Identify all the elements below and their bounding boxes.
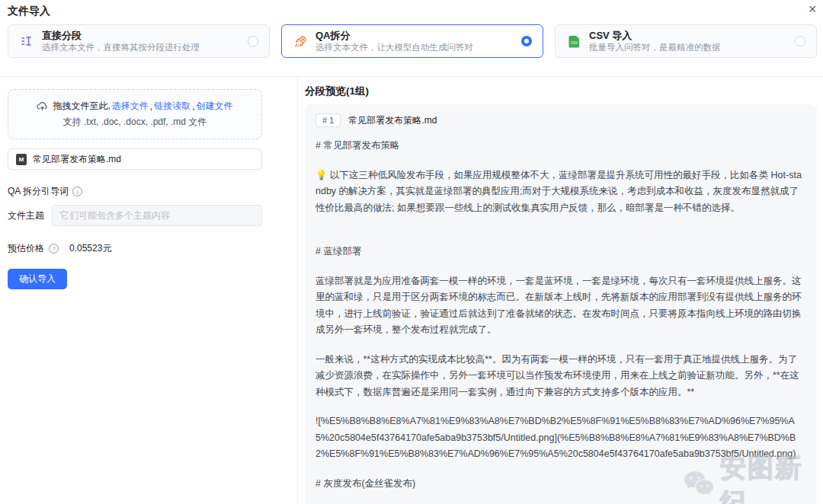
markdown-paragraph: # 蓝绿部署	[315, 244, 806, 260]
horizontal-divider	[0, 76, 823, 77]
file-dropzone[interactable]: 拖拽文件至此, 选择文件, 链接读取, 创建文件 支持 .txt, .doc, …	[8, 89, 262, 139]
close-icon[interactable]: ✕	[808, 3, 817, 15]
qa-guide-label-row: QA 拆分引导词 i	[8, 185, 82, 198]
import-mode-cards: 直接分段 选择文本文件，直接将其按分段进行处理 QA拆分	[8, 24, 817, 58]
rocket-icon	[293, 33, 308, 49]
markdown-paragraph: # 常见部署发布策略	[315, 138, 806, 155]
mode-card-direct-segment[interactable]: 直接分段 选择文本文件，直接将其按分段进行处理	[8, 24, 270, 58]
link-read-link[interactable]: 链接读取	[154, 100, 191, 113]
mode-title: CSV 导入	[589, 30, 795, 42]
cloud-upload-icon	[37, 101, 48, 111]
segment-preview-title: 分段预览(1组)	[305, 85, 369, 98]
segment-filename: 常见部署发布策略.md	[348, 114, 437, 127]
file-name: 常见部署发布策略.md	[33, 153, 121, 166]
estimated-price-value: 0.05523元	[69, 242, 111, 255]
confirm-import-button[interactable]: 确认导入	[8, 269, 67, 289]
radio-selected[interactable]	[521, 36, 532, 46]
markdown-paragraph: 💡 以下这三种低风险发布手段，如果应用规模整体不大，蓝绿部署是提升系统可用性的最…	[315, 167, 806, 217]
mode-desc: 选择文本文件，让大模型自动生成问答对	[315, 42, 521, 53]
markdown-paragraph: 一般来说，**这种方式的实现成本比较高**。因为有两套一模一样的环境，只有一套用…	[315, 352, 806, 401]
drag-hint-text: 拖拽文件至此,	[53, 100, 110, 113]
radio-unselected[interactable]	[248, 36, 258, 46]
qa-guide-label: QA 拆分引导词	[8, 185, 69, 198]
csv-file-icon: CSV	[566, 33, 581, 49]
uploaded-file-item[interactable]: M 常见部署发布策略.md	[8, 148, 262, 170]
mode-title: 直接分段	[42, 30, 248, 42]
vertical-divider	[297, 77, 298, 504]
text-segment-icon	[19, 33, 34, 49]
select-file-link[interactable]: 选择文件	[112, 100, 149, 113]
info-icon[interactable]: i	[72, 187, 82, 196]
estimated-price-label: 预估价格	[8, 242, 44, 255]
mode-card-qa-split[interactable]: QA拆分 选择文本文件，让大模型自动生成问答对	[281, 24, 543, 58]
markdown-paragraph: # 灰度发布(金丝雀发布)	[315, 476, 806, 493]
file-topic-row: 文件主题	[8, 205, 262, 226]
markdown-paragraph: ![%E5%B8%B8%E8%A7%81%E9%83%A8%E7%BD%B2%E…	[315, 413, 806, 463]
file-topic-label: 文件主题	[8, 209, 44, 222]
file-import-dialog: 文件导入 ✕ 直接分段 选择文本文件，直接将其按分段进行处理	[0, 0, 823, 504]
svg-text:CSV: CSV	[571, 41, 578, 45]
radio-unselected[interactable]	[795, 36, 805, 46]
mode-desc: 选择文本文件，直接将其按分段进行处理	[42, 42, 248, 53]
segment-index-badge: # 1	[315, 113, 341, 127]
markdown-paragraph: 蓝绿部署就是为应用准备两套一模一样的环境，一套是蓝环境，一套是绿环境，每次只有一…	[315, 273, 806, 339]
markdown-preview-body: # 常见部署发布策略 💡 以下这三种低风险发布手段，如果应用规模整体不大，蓝绿部…	[315, 138, 806, 504]
question-icon[interactable]: ?	[49, 244, 59, 254]
md-file-icon: M	[16, 154, 27, 165]
mode-desc: 批量导入问答对，是最精准的数据	[589, 42, 795, 53]
supported-formats-text: 支持 .txt, .doc, .docx, .pdf, .md 文件	[63, 116, 207, 129]
page-title: 文件导入	[8, 5, 50, 18]
file-topic-input[interactable]	[52, 205, 262, 226]
mode-card-csv-import[interactable]: CSV CSV 导入 批量导入问答对，是最精准的数据	[555, 24, 817, 58]
estimated-price-row: 预估价格 ? 0.05523元	[8, 242, 111, 255]
mode-title: QA拆分	[315, 30, 521, 42]
segment-preview-card: # 1 常见部署发布策略.md # 常见部署发布策略 💡 以下这三种低风险发布手…	[305, 104, 817, 504]
create-file-link[interactable]: 创建文件	[197, 100, 233, 113]
